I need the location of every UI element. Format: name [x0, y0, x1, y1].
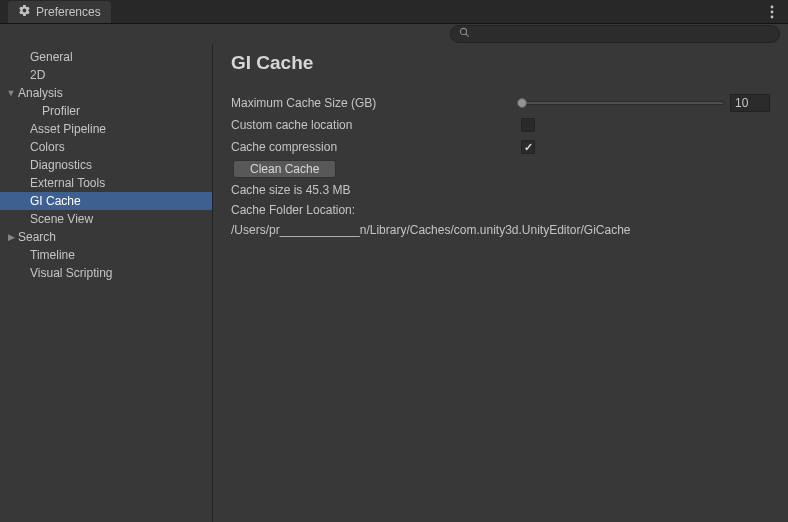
- svg-line-4: [466, 34, 469, 37]
- max-cache-size-label: Maximum Cache Size (GB): [231, 96, 521, 110]
- sidebar-item-profiler[interactable]: Profiler: [0, 102, 212, 120]
- sidebar-item-2d[interactable]: 2D: [0, 66, 212, 84]
- kebab-menu-icon[interactable]: [764, 4, 780, 20]
- sidebar-item-label: Visual Scripting: [18, 266, 113, 280]
- sidebar-item-timeline[interactable]: Timeline: [0, 246, 212, 264]
- cache-compression-checkbox[interactable]: [521, 140, 535, 154]
- content-panel: GI Cache Maximum Cache Size (GB) Custom …: [213, 44, 788, 522]
- cache-compression-label: Cache compression: [231, 140, 521, 154]
- sidebar-item-label: Analysis: [18, 86, 63, 100]
- sidebar-item-label: Asset Pipeline: [18, 122, 106, 136]
- sidebar-item-visual-scripting[interactable]: Visual Scripting: [0, 264, 212, 282]
- search-icon: [459, 27, 470, 41]
- cache-folder-path: /Users/pr____________n/Library/Caches/co…: [231, 220, 770, 240]
- max-cache-size-input[interactable]: [730, 94, 770, 112]
- search-input[interactable]: [476, 28, 771, 40]
- custom-cache-location-label: Custom cache location: [231, 118, 521, 132]
- cache-size-info: Cache size is 45.3 MB: [231, 180, 770, 200]
- sidebar-item-asset-pipeline[interactable]: Asset Pipeline: [0, 120, 212, 138]
- sidebar-item-colors[interactable]: Colors: [0, 138, 212, 156]
- sidebar-item-label: 2D: [18, 68, 45, 82]
- titlebar: Preferences: [0, 0, 788, 24]
- sidebar-item-diagnostics[interactable]: Diagnostics: [0, 156, 212, 174]
- sidebar-item-label: Search: [18, 230, 56, 244]
- cache-folder-label: Cache Folder Location:: [231, 200, 770, 220]
- sidebar: General2D▼AnalysisProfilerAsset Pipeline…: [0, 44, 213, 522]
- clean-cache-button[interactable]: Clean Cache: [233, 160, 336, 178]
- slider-thumb[interactable]: [517, 98, 527, 108]
- sidebar-item-label: Profiler: [18, 104, 80, 118]
- panel-heading: GI Cache: [231, 52, 770, 74]
- svg-point-2: [771, 15, 774, 18]
- sidebar-item-search[interactable]: ▶Search: [0, 228, 212, 246]
- search-field[interactable]: [450, 25, 780, 43]
- sidebar-item-label: External Tools: [18, 176, 105, 190]
- sidebar-item-label: Timeline: [18, 248, 75, 262]
- sidebar-item-label: General: [18, 50, 73, 64]
- sidebar-item-analysis[interactable]: ▼Analysis: [0, 84, 212, 102]
- window-tab[interactable]: Preferences: [8, 1, 111, 23]
- sidebar-item-label: Scene View: [18, 212, 93, 226]
- sidebar-item-label: Colors: [18, 140, 65, 154]
- expand-arrow-icon[interactable]: ▶: [4, 232, 18, 242]
- sidebar-item-external-tools[interactable]: External Tools: [0, 174, 212, 192]
- window-title: Preferences: [36, 5, 101, 19]
- toolbar-row: [0, 24, 788, 44]
- sidebar-item-label: Diagnostics: [18, 158, 92, 172]
- svg-point-1: [771, 10, 774, 13]
- gear-icon: [18, 4, 31, 20]
- svg-point-0: [771, 5, 774, 8]
- max-cache-size-slider[interactable]: [521, 94, 724, 112]
- sidebar-item-general[interactable]: General: [0, 48, 212, 66]
- sidebar-item-scene-view[interactable]: Scene View: [0, 210, 212, 228]
- custom-cache-location-checkbox[interactable]: [521, 118, 535, 132]
- sidebar-item-gi-cache[interactable]: GI Cache: [0, 192, 212, 210]
- sidebar-item-label: GI Cache: [18, 194, 81, 208]
- expand-arrow-icon[interactable]: ▼: [4, 88, 18, 98]
- svg-point-3: [460, 28, 466, 34]
